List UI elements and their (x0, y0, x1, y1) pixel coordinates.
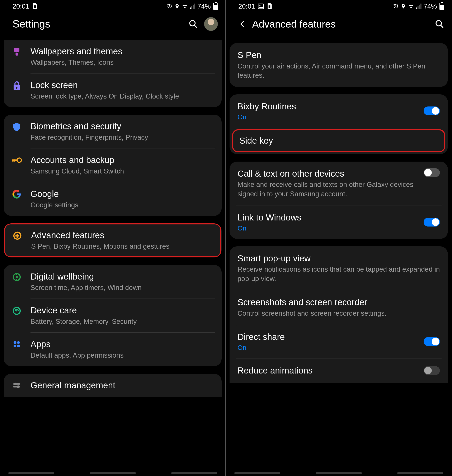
row-status: On (238, 113, 419, 121)
row-title: Wallpapers and themes (31, 46, 214, 57)
settings-row-wellbeing[interactable]: Digital wellbeing Screen time, App timer… (4, 265, 222, 299)
settings-row-google[interactable]: Google Google settings (4, 182, 222, 216)
signal-icon (190, 4, 196, 9)
wallpaper-icon (10, 46, 23, 56)
row-sub: Control screenshot and screen recorder s… (238, 309, 440, 318)
row-smart-popup[interactable]: Smart pop-up view Receive notifications … (230, 246, 448, 290)
svg-rect-14 (14, 159, 15, 162)
row-title: Google (31, 189, 214, 200)
signal-icon (416, 4, 422, 9)
row-link-windows[interactable]: Link to Windows On (230, 205, 448, 239)
row-sub: Wallpapers, Themes, Icons (31, 58, 214, 67)
row-side-key[interactable]: Side key (233, 130, 444, 151)
svg-rect-1 (190, 7, 191, 9)
page-title: Advanced features (252, 18, 435, 30)
row-title: Advanced features (31, 230, 213, 241)
settings-row-wallpapers[interactable]: Wallpapers and themes Wallpapers, Themes… (4, 40, 222, 73)
battery-percent: 74% (424, 2, 437, 10)
settings-row-accounts[interactable]: Accounts and backup Samsung Cloud, Smart… (4, 149, 222, 182)
battery-icon (213, 3, 218, 10)
settings-group: S Pen Control your air actions, Air comm… (230, 43, 448, 87)
row-call-text-other[interactable]: Call & text on other devices Make and re… (230, 162, 448, 205)
settings-row-lockscreen[interactable]: Lock screen Screen lock type, Always On … (4, 73, 222, 107)
header: Settings (0, 13, 225, 35)
row-title: S Pen (238, 50, 440, 61)
svg-point-22 (13, 341, 16, 344)
status-bar: 20:01 74% (0, 0, 225, 13)
row-reduce-animations[interactable]: Reduce animations (230, 359, 448, 383)
svg-point-11 (17, 158, 21, 163)
row-s-pen[interactable]: S Pen Control your air actions, Air comm… (230, 43, 448, 87)
svg-rect-8 (16, 53, 18, 56)
google-icon (10, 189, 23, 199)
settings-row-biometrics[interactable]: Biometrics and security Face recognition… (4, 115, 222, 148)
svg-point-29 (17, 385, 20, 388)
row-sub: Make and receive calls and texts on othe… (238, 180, 419, 199)
row-title: Apps (31, 339, 214, 350)
settings-row-advanced[interactable]: Advanced features S Pen, Bixby Routines,… (5, 224, 220, 256)
row-title: Link to Windows (238, 212, 419, 223)
svg-rect-35 (419, 5, 420, 9)
svg-point-24 (13, 345, 16, 347)
svg-rect-13 (12, 159, 13, 163)
battery-icon (439, 3, 444, 10)
row-sub: Receive notifications as icons that can … (238, 265, 440, 283)
svg-point-19 (16, 276, 18, 278)
settings-group: Call & text on other devices Make and re… (230, 162, 448, 239)
row-title: Biometrics and security (31, 121, 214, 132)
svg-rect-0 (34, 6, 36, 8)
header: Advanced features (226, 13, 452, 35)
row-title: Call & text on other devices (238, 168, 419, 179)
svg-line-6 (194, 25, 197, 27)
search-icon[interactable] (189, 20, 198, 29)
wifi-icon (181, 4, 188, 9)
status-time: 20:01 (13, 2, 29, 10)
nav-indicator[interactable] (226, 472, 452, 474)
settings-row-general[interactable]: General management (4, 374, 222, 397)
row-sub: S Pen, Bixby Routines, Motions and gestu… (31, 242, 213, 251)
toggle-call-text[interactable] (424, 168, 440, 177)
key-icon (10, 155, 23, 164)
alarm-icon (166, 3, 173, 9)
alarm-icon (393, 3, 399, 9)
toggle-link-windows[interactable] (424, 218, 440, 227)
row-sub: Control your air actions, Air command me… (238, 62, 440, 80)
svg-rect-17 (15, 235, 19, 236)
shield-icon (10, 121, 23, 132)
status-bar: 20:01 74% (226, 0, 452, 13)
row-sub: Battery, Storage, Memory, Security (31, 317, 214, 326)
sim-icon (32, 3, 38, 9)
toggle-direct-share[interactable] (424, 337, 440, 346)
svg-rect-36 (420, 4, 421, 9)
svg-rect-10 (16, 87, 18, 89)
toggle-bixby[interactable] (424, 106, 440, 115)
settings-row-devicecare[interactable]: Device care Battery, Storage, Memory, Se… (4, 299, 222, 332)
row-screenshots[interactable]: Screenshots and screen recorder Control … (230, 290, 448, 325)
row-sub: Default apps, App permissions (31, 351, 214, 360)
settings-group: Digital wellbeing Screen time, App timer… (4, 265, 222, 366)
svg-rect-7 (14, 48, 20, 52)
row-bixby-routines[interactable]: Bixby Routines On (230, 94, 448, 128)
location-icon (401, 3, 406, 9)
nav-indicator[interactable] (0, 472, 225, 474)
row-title: Reduce animations (238, 365, 419, 376)
settings-row-apps[interactable]: Apps Default apps, App permissions (4, 333, 222, 366)
row-title: Digital wellbeing (31, 271, 214, 282)
row-title: Smart pop-up view (238, 253, 440, 264)
settings-group: Advanced features S Pen, Bixby Routines,… (4, 223, 222, 257)
search-icon[interactable] (435, 20, 444, 29)
row-sub: Samsung Cloud, Smart Switch (31, 167, 214, 176)
battery-percent: 74% (197, 2, 211, 10)
lock-icon (10, 80, 23, 91)
row-title: Bixby Routines (238, 101, 419, 112)
profile-avatar[interactable] (204, 17, 218, 31)
back-icon[interactable] (238, 20, 246, 28)
svg-point-31 (259, 5, 260, 6)
svg-point-23 (17, 341, 20, 344)
row-title: Direct share (238, 332, 419, 343)
status-time: 20:01 (238, 2, 255, 10)
toggle-reduce-anim[interactable] (424, 366, 440, 375)
row-title: Side key (239, 135, 438, 146)
settings-group: Bixby Routines On Side key (230, 94, 448, 154)
row-direct-share[interactable]: Direct share On (230, 325, 448, 358)
